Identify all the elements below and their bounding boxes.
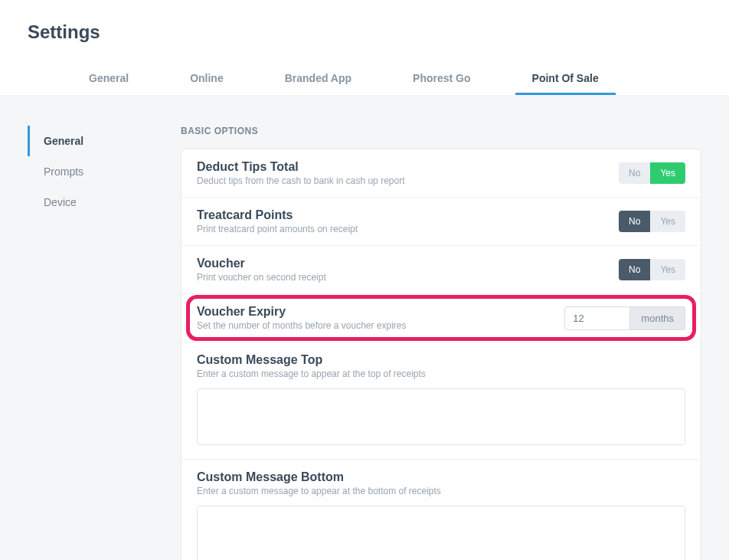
treatcard-yes[interactable]: Yes (650, 211, 685, 232)
deduct-tips-title: Deduct Tips Total (197, 160, 619, 174)
tab-online[interactable]: Online (159, 61, 254, 95)
custom-top-desc: Enter a custom message to appear at the … (197, 368, 685, 379)
deduct-tips-yes[interactable]: Yes (650, 162, 685, 184)
sidebar-item-general[interactable]: General (28, 126, 165, 156)
voucher-expiry-title: Voucher Expiry (197, 305, 564, 319)
custom-bottom-textarea[interactable] (197, 506, 685, 560)
voucher-toggle: No Yes (619, 259, 685, 280)
options-panel: Deduct Tips Total Deduct tips from the c… (181, 149, 701, 560)
tab-point-of-sale[interactable]: Point Of Sale (502, 61, 629, 95)
tab-branded-app[interactable]: Branded App (254, 61, 382, 95)
custom-top-title: Custom Message Top (197, 353, 685, 367)
page-title: Settings (28, 21, 701, 43)
treatcard-no[interactable]: No (619, 211, 650, 232)
voucher-expiry-input[interactable] (564, 306, 630, 330)
voucher-desc: Print voucher on second receipt (197, 272, 619, 283)
treatcard-title: Treatcard Points (197, 208, 619, 222)
tab-general[interactable]: General (58, 61, 159, 95)
row-deduct-tips: Deduct Tips Total Deduct tips from the c… (181, 149, 701, 198)
deduct-tips-toggle: No Yes (619, 162, 685, 184)
custom-top-textarea[interactable] (197, 388, 685, 445)
sidebar-item-prompts[interactable]: Prompts (28, 156, 165, 187)
row-custom-top: Custom Message Top Enter a custom messag… (181, 342, 701, 460)
custom-bottom-title: Custom Message Bottom (197, 470, 685, 484)
voucher-title: Voucher (197, 257, 619, 270)
row-custom-bottom: Custom Message Bottom Enter a custom mes… (181, 460, 701, 560)
deduct-tips-desc: Deduct tips from the cash to bank in cas… (197, 175, 619, 186)
voucher-expiry-unit: months (630, 306, 685, 330)
sidebar: General Prompts Device (28, 126, 181, 560)
voucher-yes[interactable]: Yes (650, 259, 685, 280)
voucher-expiry-desc: Set the number of months before a vouche… (197, 320, 564, 331)
row-treatcard: Treatcard Points Print treatcard point a… (181, 198, 701, 246)
treatcard-toggle: No Yes (619, 211, 685, 232)
top-tabs: General Online Branded App Phorest Go Po… (28, 61, 701, 95)
row-voucher: Voucher Print voucher on second receipt … (181, 246, 701, 294)
sidebar-item-device[interactable]: Device (28, 187, 165, 218)
tab-phorest-go[interactable]: Phorest Go (382, 61, 501, 95)
section-header: BASIC OPTIONS (181, 126, 701, 136)
custom-bottom-desc: Enter a custom message to appear at the … (197, 486, 685, 496)
row-voucher-expiry: Voucher Expiry Set the number of months … (181, 294, 701, 342)
treatcard-desc: Print treatcard point amounts on receipt (197, 224, 619, 234)
voucher-no[interactable]: No (619, 259, 650, 280)
voucher-expiry-input-group: months (564, 306, 685, 330)
deduct-tips-no[interactable]: No (619, 162, 650, 184)
